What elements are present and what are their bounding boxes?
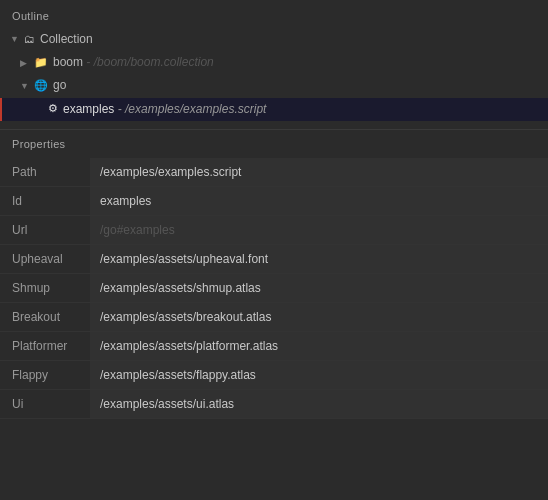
property-row-id: Idexamples	[0, 187, 548, 216]
property-value-flappy[interactable]: /examples/assets/flappy.atlas	[90, 361, 548, 389]
property-key-shmup: Shmup	[0, 276, 90, 300]
collection-icon: 🗂	[24, 31, 35, 49]
property-key-breakout: Breakout	[0, 305, 90, 329]
property-row-url: Url/go#examples	[0, 216, 548, 245]
tree-item-collection[interactable]: ▼🗂Collection	[0, 28, 548, 51]
properties-section: Properties Path/examples/examples.script…	[0, 129, 548, 500]
property-row-ui: Ui/examples/assets/ui.atlas	[0, 390, 548, 419]
property-value-ui[interactable]: /examples/assets/ui.atlas	[90, 390, 548, 418]
tree-arrow-go[interactable]: ▼	[20, 79, 30, 93]
tree-arrow-boom[interactable]: ▶	[20, 56, 30, 70]
property-row-path: Path/examples/examples.script	[0, 158, 548, 187]
property-row-flappy: Flappy/examples/assets/flappy.atlas	[0, 361, 548, 390]
property-value-id[interactable]: examples	[90, 187, 548, 215]
props-container: Path/examples/examples.scriptIdexamplesU…	[0, 158, 548, 419]
property-value-upheaval[interactable]: /examples/assets/upheaval.font	[90, 245, 548, 273]
tree-arrow-collection[interactable]: ▼	[10, 32, 20, 46]
globe-icon: 🌐	[34, 77, 48, 95]
outline-header: Outline	[0, 4, 548, 28]
gear-icon: ⚙	[48, 100, 58, 118]
main-panel: Outline ▼🗂Collection▶📁boom - /boom/boom.…	[0, 0, 548, 500]
property-row-platformer: Platformer/examples/assets/platformer.at…	[0, 332, 548, 361]
property-row-upheaval: Upheaval/examples/assets/upheaval.font	[0, 245, 548, 274]
outline-section: Outline ▼🗂Collection▶📁boom - /boom/boom.…	[0, 0, 548, 129]
tree-item-go[interactable]: ▼🌐go	[0, 74, 548, 97]
tree-label-boom: boom - /boom/boom.collection	[53, 53, 214, 72]
property-row-shmup: Shmup/examples/assets/shmup.atlas	[0, 274, 548, 303]
folder-icon: 📁	[34, 54, 48, 72]
tree-label-collection: Collection	[40, 30, 93, 49]
tree-container: ▼🗂Collection▶📁boom - /boom/boom.collecti…	[0, 28, 548, 121]
property-value-shmup[interactable]: /examples/assets/shmup.atlas	[90, 274, 548, 302]
tree-sublabel-examples: - /examples/examples.script	[114, 102, 266, 116]
tree-item-boom[interactable]: ▶📁boom - /boom/boom.collection	[0, 51, 548, 74]
property-value-url[interactable]: /go#examples	[90, 216, 548, 244]
property-key-upheaval: Upheaval	[0, 247, 90, 271]
property-key-path: Path	[0, 160, 90, 184]
property-key-flappy: Flappy	[0, 363, 90, 387]
tree-item-examples[interactable]: ⚙examples - /examples/examples.script	[0, 98, 548, 121]
property-value-platformer[interactable]: /examples/assets/platformer.atlas	[90, 332, 548, 360]
tree-label-go: go	[53, 76, 66, 95]
property-row-breakout: Breakout/examples/assets/breakout.atlas	[0, 303, 548, 332]
property-value-path[interactable]: /examples/examples.script	[90, 158, 548, 186]
property-key-platformer: Platformer	[0, 334, 90, 358]
properties-header: Properties	[0, 130, 548, 158]
property-key-id: Id	[0, 189, 90, 213]
property-key-url: Url	[0, 218, 90, 242]
property-key-ui: Ui	[0, 392, 90, 416]
property-value-breakout[interactable]: /examples/assets/breakout.atlas	[90, 303, 548, 331]
tree-sublabel-boom: - /boom/boom.collection	[83, 55, 214, 69]
tree-label-examples: examples - /examples/examples.script	[63, 100, 266, 119]
